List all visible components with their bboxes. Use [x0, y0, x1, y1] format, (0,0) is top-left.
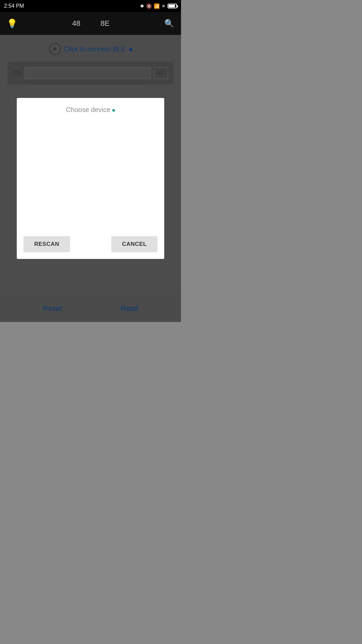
bulb-icon: 💡 [7, 18, 17, 29]
dialog-device-list [23, 119, 158, 226]
bluetooth-icon: ✱ [140, 3, 144, 9]
status-icons: ✱ 🔇 📶 ✕ [140, 3, 177, 9]
dialog-title-row: Choose device [23, 106, 158, 114]
choose-device-dialog: Choose device RESCAN CANCEL [17, 98, 164, 259]
header-number-1: 48 [72, 19, 80, 28]
mute-icon: 🔇 [146, 3, 152, 9]
cancel-button[interactable]: CANCEL [111, 236, 158, 252]
app-header: 💡 48 8E 🔍 [0, 12, 181, 35]
dialog-buttons: RESCAN CANCEL [23, 233, 158, 252]
dialog-overlay: Choose device RESCAN CANCEL [0, 35, 181, 322]
scanning-indicator [112, 109, 115, 112]
wifi-icon: 📶 [154, 3, 160, 9]
content-area: ✷ Click to connect BLE ◀ IDE W Choose de… [0, 35, 181, 322]
battery-icon [168, 4, 177, 8]
rescan-button[interactable]: RESCAN [23, 236, 70, 252]
status-bar: 2:54 PM ✱ 🔇 📶 ✕ [0, 0, 181, 12]
status-time: 2:54 PM [4, 3, 24, 9]
header-numbers: 48 8E [72, 19, 109, 28]
dialog-title: Choose device [66, 106, 110, 114]
search-icon[interactable]: 🔍 [164, 19, 174, 28]
header-number-2: 8E [101, 19, 110, 28]
signal-icon: ✕ [162, 3, 166, 9]
page-wrapper: 2:54 PM ✱ 🔇 📶 ✕ 💡 48 8E 🔍 [0, 0, 181, 322]
